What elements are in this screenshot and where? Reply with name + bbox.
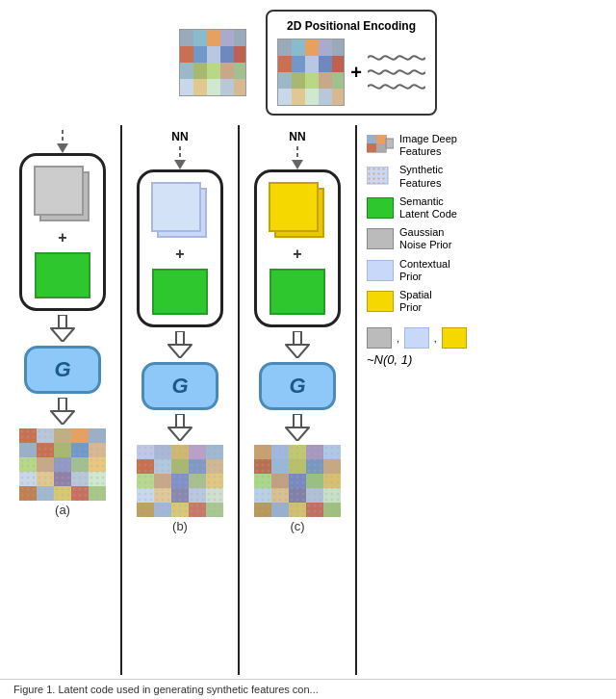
card-b: + bbox=[137, 169, 223, 327]
arrow-b2 bbox=[167, 414, 193, 441]
legend-spatial: SpatialPrior bbox=[367, 289, 526, 314]
svg-rect-143 bbox=[376, 143, 386, 152]
svg-rect-110 bbox=[294, 414, 301, 427]
svg-rect-23 bbox=[319, 39, 332, 56]
arrow-c bbox=[284, 331, 311, 358]
svg-rect-13 bbox=[220, 63, 234, 79]
svg-rect-22 bbox=[305, 39, 319, 56]
svg-rect-2 bbox=[207, 30, 220, 46]
svg-rect-104 bbox=[137, 445, 223, 517]
svg-rect-142 bbox=[367, 143, 376, 152]
svg-rect-24 bbox=[332, 39, 345, 56]
column-b: NN + G bbox=[122, 125, 238, 675]
arrow-c2 bbox=[284, 414, 311, 441]
svg-rect-77 bbox=[176, 414, 184, 427]
swatch-synthetic bbox=[367, 167, 394, 188]
svg-marker-107 bbox=[292, 160, 303, 169]
pos-enc-grid bbox=[277, 39, 345, 106]
plus-a: + bbox=[58, 229, 66, 246]
svg-marker-111 bbox=[286, 427, 309, 441]
svg-rect-71 bbox=[19, 428, 106, 501]
column-a: + G bbox=[5, 125, 120, 675]
nn-label-b: NN bbox=[171, 130, 188, 143]
svg-rect-36 bbox=[292, 89, 305, 106]
legend-contextual: ContextualPrior bbox=[367, 258, 526, 283]
svg-rect-30 bbox=[278, 72, 292, 89]
legend-column: Image DeepFeatures SyntheticFeatures bbox=[357, 125, 526, 675]
small-sq-yellow bbox=[442, 327, 467, 349]
g-box-a: G bbox=[24, 346, 101, 394]
legend-label-semantic: SemanticLatent Code bbox=[399, 195, 457, 220]
svg-rect-15 bbox=[180, 79, 193, 96]
svg-rect-17 bbox=[207, 79, 220, 96]
output-grid-a bbox=[19, 428, 106, 501]
legend-label-spatial: SpatialPrior bbox=[399, 289, 432, 314]
pos-enc-row: + bbox=[277, 39, 425, 106]
svg-rect-39 bbox=[332, 89, 345, 106]
svg-rect-38 bbox=[319, 89, 332, 106]
svg-rect-140 bbox=[367, 135, 376, 143]
svg-rect-35 bbox=[278, 89, 292, 106]
green-sq-a bbox=[35, 252, 90, 298]
plus-sign: + bbox=[350, 62, 362, 84]
arrow-a2 bbox=[49, 398, 76, 425]
output-grid-b bbox=[137, 445, 223, 517]
col-label-b: (b) bbox=[172, 519, 188, 533]
legend-label-contextual: ContextualPrior bbox=[399, 258, 450, 283]
comma2: , bbox=[434, 333, 437, 344]
small-image-grid bbox=[179, 10, 246, 100]
legend-label-synthetic: SyntheticFeatures bbox=[399, 164, 443, 189]
svg-rect-18 bbox=[220, 79, 234, 96]
svg-rect-44 bbox=[59, 398, 66, 411]
wave-line-1 bbox=[368, 52, 425, 64]
stacked-gray-a bbox=[34, 166, 91, 223]
plus-b: + bbox=[175, 246, 184, 263]
positional-encoding-box: 2D Positional Encoding bbox=[266, 10, 437, 116]
svg-rect-7 bbox=[207, 46, 220, 63]
svg-rect-21 bbox=[292, 39, 305, 56]
svg-rect-144 bbox=[386, 139, 394, 148]
card-a: + bbox=[19, 153, 106, 311]
svg-rect-16 bbox=[193, 79, 207, 96]
svg-rect-0 bbox=[180, 30, 193, 46]
svg-rect-29 bbox=[332, 56, 345, 72]
svg-rect-37 bbox=[305, 89, 319, 106]
normal-dist-label: ~N(0, 1) bbox=[367, 352, 526, 367]
arrow-b bbox=[167, 331, 193, 358]
green-sq-c bbox=[270, 269, 325, 315]
svg-rect-27 bbox=[305, 56, 319, 72]
svg-rect-108 bbox=[294, 331, 301, 345]
svg-rect-19 bbox=[234, 79, 246, 96]
svg-rect-3 bbox=[220, 30, 234, 46]
svg-rect-12 bbox=[207, 63, 220, 79]
svg-rect-34 bbox=[332, 72, 345, 89]
svg-rect-26 bbox=[292, 56, 305, 72]
comma1: , bbox=[397, 333, 399, 344]
col-label-a: (a) bbox=[55, 503, 70, 517]
green-sq-b bbox=[152, 269, 208, 315]
g-box-c: G bbox=[259, 362, 336, 410]
svg-rect-14 bbox=[234, 63, 246, 79]
wave-line-2 bbox=[368, 66, 425, 78]
small-sq-blue bbox=[404, 327, 429, 349]
svg-rect-20 bbox=[278, 39, 292, 56]
nn-arrow-c bbox=[288, 146, 307, 169]
svg-rect-42 bbox=[59, 315, 66, 328]
arrow-a bbox=[49, 315, 76, 342]
swatch-semantic bbox=[367, 197, 394, 219]
wave-line-3 bbox=[368, 81, 425, 92]
svg-marker-45 bbox=[51, 411, 74, 425]
stacked-blue-b bbox=[151, 182, 209, 240]
swatch-image-deep bbox=[367, 135, 394, 156]
svg-rect-146 bbox=[367, 167, 388, 184]
column-c: NN + G bbox=[240, 125, 355, 675]
swatch-contextual bbox=[367, 260, 394, 281]
legend-label-gaussian: GaussianNoise Prior bbox=[399, 226, 451, 251]
g-label-a: G bbox=[54, 357, 70, 382]
svg-marker-74 bbox=[174, 160, 186, 169]
svg-marker-76 bbox=[168, 345, 192, 358]
legend-semantic: SemanticLatent Code bbox=[367, 195, 526, 220]
g-label-b: G bbox=[171, 374, 188, 399]
svg-rect-1 bbox=[193, 30, 207, 46]
svg-marker-41 bbox=[57, 143, 68, 153]
